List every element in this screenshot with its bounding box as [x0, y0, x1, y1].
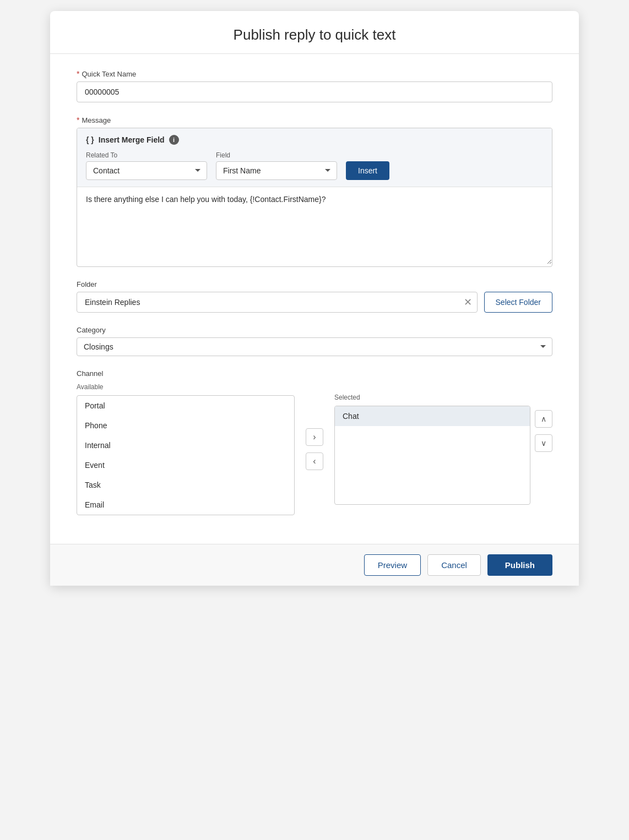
modal-title: Publish reply to quick text: [77, 26, 552, 43]
message-section: * Message { } Insert Merge Field i Relat…: [77, 116, 552, 267]
related-to-group: Related To Contact: [86, 151, 207, 180]
move-right-button[interactable]: ›: [306, 428, 323, 446]
related-to-label: Related To: [86, 151, 207, 159]
required-star-message: *: [77, 116, 79, 124]
folder-label: Folder: [77, 280, 552, 288]
channel-arrows: › ‹: [295, 428, 334, 470]
selected-channel-wrapper: Selected Chat ∧ ∨: [334, 394, 552, 505]
channel-label: Channel: [77, 369, 552, 378]
message-label: * Message: [77, 116, 552, 124]
selected-label: Selected: [334, 394, 552, 401]
preview-button[interactable]: Preview: [364, 554, 421, 576]
available-channel-wrapper: Available Portal Phone Internal Event Ta…: [77, 383, 295, 515]
message-textarea[interactable]: Is there anything else I can help you wi…: [77, 187, 552, 264]
selected-channel-list: Chat: [334, 406, 530, 505]
quick-text-name-section: * Quick Text Name: [77, 69, 552, 102]
insert-button[interactable]: Insert: [346, 161, 389, 180]
folder-section: Folder ✕ Select Folder: [77, 280, 552, 313]
channel-item-internal[interactable]: Internal: [77, 435, 294, 455]
required-star: *: [77, 69, 79, 78]
cancel-button[interactable]: Cancel: [427, 554, 481, 576]
channel-item-email[interactable]: Email: [77, 495, 294, 515]
quick-text-name-label: * Quick Text Name: [77, 69, 552, 78]
channel-picker: Available Portal Phone Internal Event Ta…: [77, 383, 552, 515]
channel-item-task[interactable]: Task: [77, 475, 294, 495]
clear-icon[interactable]: ✕: [464, 297, 472, 307]
channel-section: Channel Available Portal Phone Internal …: [77, 369, 552, 515]
merge-field-controls: Related To Contact Field First Name Inse…: [86, 151, 543, 180]
info-icon[interactable]: i: [169, 135, 179, 145]
field-label: Field: [216, 151, 337, 159]
category-label: Category: [77, 326, 552, 334]
move-left-button[interactable]: ‹: [306, 452, 323, 470]
selected-order-buttons: ∧ ∨: [530, 406, 552, 452]
folder-input-wrapper: ✕: [77, 292, 478, 313]
modal-container: Publish reply to quick text * Quick Text…: [50, 11, 579, 586]
modal-header: Publish reply to quick text: [50, 11, 579, 54]
message-box: { } Insert Merge Field i Related To Cont…: [77, 128, 552, 267]
move-down-button[interactable]: ∨: [535, 434, 552, 452]
modal-footer: Preview Cancel Publish: [50, 544, 579, 586]
category-section: Category Closings Greetings Follow-up Es…: [77, 326, 552, 356]
channel-item-portal[interactable]: Portal: [77, 396, 294, 416]
folder-input-row: ✕ Select Folder: [77, 292, 552, 313]
merge-field-label: Insert Merge Field: [99, 135, 165, 144]
available-label: Available: [77, 383, 295, 391]
merge-field-toolbar: { } Insert Merge Field i Related To Cont…: [77, 128, 552, 187]
channel-item-event[interactable]: Event: [77, 455, 294, 475]
channel-item-phone[interactable]: Phone: [77, 416, 294, 435]
selected-list-with-controls: Chat ∧ ∨: [334, 406, 552, 505]
select-folder-button[interactable]: Select Folder: [484, 292, 552, 313]
move-up-button[interactable]: ∧: [535, 410, 552, 428]
related-to-select[interactable]: Contact: [86, 161, 207, 180]
field-select[interactable]: First Name: [216, 161, 337, 180]
quick-text-name-input[interactable]: [77, 81, 552, 102]
modal-body: * Quick Text Name * Message { } Insert M…: [50, 54, 579, 544]
field-group: Field First Name: [216, 151, 337, 180]
publish-button[interactable]: Publish: [487, 554, 552, 576]
merge-field-header: { } Insert Merge Field i: [86, 135, 543, 145]
folder-input[interactable]: [77, 292, 478, 313]
selected-channel-item-chat[interactable]: Chat: [335, 406, 530, 426]
merge-field-icon: { }: [86, 135, 94, 144]
category-select[interactable]: Closings Greetings Follow-up Escalations: [77, 337, 552, 356]
available-channel-list: Portal Phone Internal Event Task Email: [77, 395, 295, 515]
